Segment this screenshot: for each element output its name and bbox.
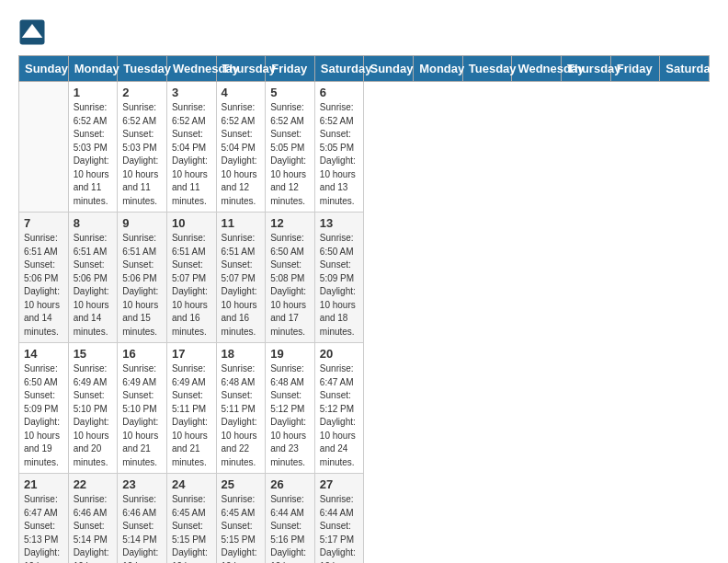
day-info: Sunrise: 6:50 AM Sunset: 5:08 PM Dayligh… xyxy=(270,232,310,339)
day-info: Sunrise: 6:51 AM Sunset: 5:06 PM Dayligh… xyxy=(122,232,162,339)
day-number: 14 xyxy=(24,347,63,361)
day-info: Sunrise: 6:49 AM Sunset: 5:10 PM Dayligh… xyxy=(122,362,162,469)
day-number: 1 xyxy=(74,86,113,99)
day-number: 20 xyxy=(320,347,359,361)
week-row-0: 1Sunrise: 6:52 AM Sunset: 5:03 PM Daylig… xyxy=(19,82,710,213)
day-number: 17 xyxy=(172,347,211,361)
calendar-cell: 12Sunrise: 6:50 AM Sunset: 5:08 PM Dayli… xyxy=(266,213,315,343)
header-day-friday: Friday xyxy=(266,56,315,82)
calendar-cell: 8Sunrise: 6:51 AM Sunset: 5:06 PM Daylig… xyxy=(68,213,118,343)
header-day-tuesday: Tuesday xyxy=(462,56,512,82)
calendar-cell: 5Sunrise: 6:52 AM Sunset: 5:05 PM Daylig… xyxy=(266,82,315,213)
day-info: Sunrise: 6:46 AM Sunset: 5:14 PM Dayligh… xyxy=(122,493,162,563)
day-number: 18 xyxy=(222,347,261,361)
day-info: Sunrise: 6:52 AM Sunset: 5:05 PM Dayligh… xyxy=(270,101,310,208)
day-info: Sunrise: 6:49 AM Sunset: 5:10 PM Dayligh… xyxy=(74,362,113,469)
header-day-tuesday: Tuesday xyxy=(118,56,167,82)
calendar-cell: 20Sunrise: 6:47 AM Sunset: 5:12 PM Dayli… xyxy=(314,343,364,474)
day-number: 13 xyxy=(320,216,359,230)
logo-icon xyxy=(18,18,46,46)
day-info: Sunrise: 6:48 AM Sunset: 5:12 PM Dayligh… xyxy=(270,362,310,469)
day-number: 9 xyxy=(122,216,162,230)
week-row-3: 21Sunrise: 6:47 AM Sunset: 5:13 PM Dayli… xyxy=(19,474,710,564)
page-header xyxy=(18,18,710,46)
calendar-cell: 16Sunrise: 6:49 AM Sunset: 5:10 PM Dayli… xyxy=(118,343,167,474)
day-info: Sunrise: 6:48 AM Sunset: 5:11 PM Dayligh… xyxy=(222,362,261,469)
day-info: Sunrise: 6:50 AM Sunset: 5:09 PM Dayligh… xyxy=(24,362,63,469)
calendar-header: SundayMondayTuesdayWednesdayThursdayFrid… xyxy=(19,56,710,82)
calendar-cell: 26Sunrise: 6:44 AM Sunset: 5:16 PM Dayli… xyxy=(266,474,315,564)
day-info: Sunrise: 6:44 AM Sunset: 5:17 PM Dayligh… xyxy=(320,493,359,563)
header-day-sunday: Sunday xyxy=(19,56,69,82)
calendar-cell: 25Sunrise: 6:45 AM Sunset: 5:15 PM Dayli… xyxy=(216,474,266,564)
day-number: 27 xyxy=(320,477,359,491)
calendar-cell xyxy=(19,82,69,213)
calendar-cell: 18Sunrise: 6:48 AM Sunset: 5:11 PM Dayli… xyxy=(216,343,266,474)
header-day-wednesday: Wednesday xyxy=(512,56,562,82)
day-number: 24 xyxy=(172,477,211,491)
day-info: Sunrise: 6:51 AM Sunset: 5:07 PM Dayligh… xyxy=(172,232,211,339)
week-row-2: 14Sunrise: 6:50 AM Sunset: 5:09 PM Dayli… xyxy=(19,343,710,474)
header-day-saturday: Saturday xyxy=(314,56,364,82)
calendar-cell: 24Sunrise: 6:45 AM Sunset: 5:15 PM Dayli… xyxy=(166,474,216,564)
calendar-cell: 23Sunrise: 6:46 AM Sunset: 5:14 PM Dayli… xyxy=(118,474,167,564)
calendar-cell: 22Sunrise: 6:46 AM Sunset: 5:14 PM Dayli… xyxy=(68,474,118,564)
day-info: Sunrise: 6:47 AM Sunset: 5:12 PM Dayligh… xyxy=(320,362,359,469)
day-info: Sunrise: 6:45 AM Sunset: 5:15 PM Dayligh… xyxy=(222,493,261,563)
day-number: 10 xyxy=(172,216,211,230)
day-info: Sunrise: 6:52 AM Sunset: 5:03 PM Dayligh… xyxy=(122,101,162,208)
calendar-cell: 3Sunrise: 6:52 AM Sunset: 5:04 PM Daylig… xyxy=(166,82,216,213)
calendar-cell: 4Sunrise: 6:52 AM Sunset: 5:04 PM Daylig… xyxy=(216,82,266,213)
day-info: Sunrise: 6:44 AM Sunset: 5:16 PM Dayligh… xyxy=(270,493,310,563)
calendar-cell: 17Sunrise: 6:49 AM Sunset: 5:11 PM Dayli… xyxy=(166,343,216,474)
day-number: 22 xyxy=(74,477,113,491)
day-info: Sunrise: 6:52 AM Sunset: 5:04 PM Dayligh… xyxy=(222,101,261,208)
calendar-cell: 9Sunrise: 6:51 AM Sunset: 5:06 PM Daylig… xyxy=(118,213,167,343)
calendar-cell: 19Sunrise: 6:48 AM Sunset: 5:12 PM Dayli… xyxy=(266,343,315,474)
header-day-thursday: Thursday xyxy=(562,56,611,82)
day-number: 8 xyxy=(74,216,113,230)
calendar-cell: 13Sunrise: 6:50 AM Sunset: 5:09 PM Dayli… xyxy=(314,213,364,343)
day-number: 16 xyxy=(122,347,162,361)
day-info: Sunrise: 6:51 AM Sunset: 5:06 PM Dayligh… xyxy=(24,232,63,339)
header-day-friday: Friday xyxy=(610,56,660,82)
day-number: 23 xyxy=(122,477,162,491)
day-number: 2 xyxy=(122,86,162,99)
header-day-monday: Monday xyxy=(68,56,118,82)
calendar-cell: 15Sunrise: 6:49 AM Sunset: 5:10 PM Dayli… xyxy=(68,343,118,474)
calendar-table: SundayMondayTuesdayWednesdayThursdayFrid… xyxy=(18,55,710,563)
day-number: 12 xyxy=(270,216,310,230)
calendar-cell: 21Sunrise: 6:47 AM Sunset: 5:13 PM Dayli… xyxy=(19,474,69,564)
calendar-cell: 10Sunrise: 6:51 AM Sunset: 5:07 PM Dayli… xyxy=(166,213,216,343)
calendar-cell: 11Sunrise: 6:51 AM Sunset: 5:07 PM Dayli… xyxy=(216,213,266,343)
header-day-thursday: Thursday xyxy=(216,56,266,82)
day-info: Sunrise: 6:51 AM Sunset: 5:06 PM Dayligh… xyxy=(74,232,113,339)
day-number: 15 xyxy=(74,347,113,361)
day-number: 4 xyxy=(222,86,261,99)
logo xyxy=(18,18,50,46)
header-day-saturday: Saturday xyxy=(660,56,710,82)
day-number: 7 xyxy=(24,216,63,230)
day-info: Sunrise: 6:52 AM Sunset: 5:04 PM Dayligh… xyxy=(172,101,211,208)
header-day-monday: Monday xyxy=(414,56,463,82)
day-info: Sunrise: 6:51 AM Sunset: 5:07 PM Dayligh… xyxy=(222,232,261,339)
header-day-sunday: Sunday xyxy=(364,56,414,82)
day-number: 26 xyxy=(270,477,310,491)
calendar-cell: 2Sunrise: 6:52 AM Sunset: 5:03 PM Daylig… xyxy=(118,82,167,213)
day-info: Sunrise: 6:49 AM Sunset: 5:11 PM Dayligh… xyxy=(172,362,211,469)
week-row-1: 7Sunrise: 6:51 AM Sunset: 5:06 PM Daylig… xyxy=(19,213,710,343)
day-number: 25 xyxy=(222,477,261,491)
day-info: Sunrise: 6:45 AM Sunset: 5:15 PM Dayligh… xyxy=(172,493,211,563)
day-number: 5 xyxy=(270,86,310,99)
day-info: Sunrise: 6:47 AM Sunset: 5:13 PM Dayligh… xyxy=(24,493,63,563)
calendar-body: 1Sunrise: 6:52 AM Sunset: 5:03 PM Daylig… xyxy=(19,82,710,564)
day-info: Sunrise: 6:52 AM Sunset: 5:03 PM Dayligh… xyxy=(74,101,113,208)
calendar-cell: 1Sunrise: 6:52 AM Sunset: 5:03 PM Daylig… xyxy=(68,82,118,213)
calendar-cell: 27Sunrise: 6:44 AM Sunset: 5:17 PM Dayli… xyxy=(314,474,364,564)
day-number: 21 xyxy=(24,477,63,491)
calendar-cell: 6Sunrise: 6:52 AM Sunset: 5:05 PM Daylig… xyxy=(314,82,364,213)
calendar-cell: 7Sunrise: 6:51 AM Sunset: 5:06 PM Daylig… xyxy=(19,213,69,343)
day-number: 6 xyxy=(320,86,359,99)
calendar-cell: 14Sunrise: 6:50 AM Sunset: 5:09 PM Dayli… xyxy=(19,343,69,474)
header-day-wednesday: Wednesday xyxy=(166,56,216,82)
